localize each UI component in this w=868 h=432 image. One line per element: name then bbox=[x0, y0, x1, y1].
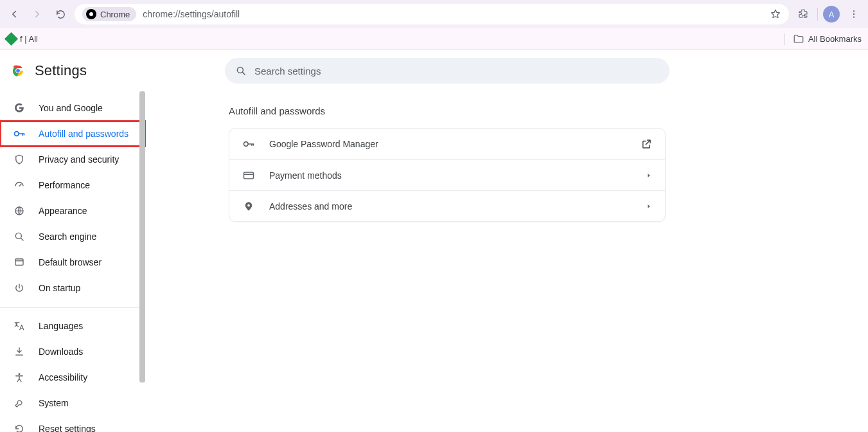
row-label: Google Password Manager bbox=[269, 139, 641, 149]
google-g-icon bbox=[13, 102, 26, 114]
sidebar-scrollbar-thumb[interactable] bbox=[139, 91, 145, 382]
sidebar-item-label: You and Google bbox=[39, 103, 103, 113]
avatar-letter: A bbox=[829, 10, 835, 19]
sidebar-item-label: Reset settings bbox=[39, 424, 96, 432]
sidebar-item-label: Languages bbox=[39, 321, 83, 331]
toolbar-divider bbox=[817, 8, 818, 21]
svg-point-14 bbox=[247, 204, 250, 206]
translate-icon bbox=[13, 320, 26, 332]
sidebar-item-appearance[interactable]: Appearance bbox=[0, 198, 145, 224]
sidebar-item-default-browser[interactable]: Default browser bbox=[0, 249, 145, 275]
sidebar-item-label: Accessibility bbox=[39, 372, 87, 382]
row-google-password-manager[interactable]: Google Password Manager bbox=[229, 129, 665, 159]
sidebar-item-reset[interactable]: Reset settings bbox=[0, 416, 145, 432]
sidebar-divider bbox=[0, 307, 145, 308]
svg-rect-13 bbox=[244, 172, 254, 179]
url-text: chrome://settings/autofill bbox=[143, 9, 240, 19]
sidebar-item-label: Default browser bbox=[39, 257, 102, 267]
settings-sidebar: You and Google Autofill and passwords Pr… bbox=[0, 91, 145, 432]
search-settings-input[interactable]: Search settings bbox=[225, 58, 669, 84]
profile-avatar[interactable]: A bbox=[823, 6, 840, 22]
sidebar-item-on-startup[interactable]: On startup bbox=[0, 275, 145, 301]
chrome-logo-icon bbox=[10, 63, 26, 78]
settings-header: Settings Search settings bbox=[0, 50, 868, 91]
bookbar-divider bbox=[784, 33, 785, 45]
sidebar-item-label: Privacy and security bbox=[39, 154, 119, 165]
sidebar-item-label: On startup bbox=[39, 283, 80, 293]
sidebar-item-label: Autofill and passwords bbox=[39, 129, 128, 139]
svg-point-1 bbox=[853, 14, 855, 15]
row-addresses[interactable]: Addresses and more bbox=[229, 190, 665, 221]
folder-icon bbox=[793, 33, 804, 45]
search-icon bbox=[13, 230, 26, 243]
svg-point-12 bbox=[244, 142, 249, 147]
browser-icon bbox=[13, 256, 26, 269]
page-title: Settings bbox=[35, 62, 87, 79]
back-button[interactable] bbox=[5, 5, 23, 23]
row-label: Addresses and more bbox=[269, 201, 646, 212]
speedometer-icon bbox=[13, 179, 26, 192]
section-title: Autofill and passwords bbox=[229, 105, 868, 116]
bookmark-item[interactable]: f | All bbox=[6, 34, 38, 44]
chevron-right-icon bbox=[646, 172, 652, 179]
sidebar-scrollbar-track[interactable] bbox=[139, 91, 145, 382]
all-bookmarks-link[interactable]: All Bookmarks bbox=[808, 34, 862, 44]
settings-main: Autofill and passwords Google Password M… bbox=[145, 91, 868, 432]
key-icon bbox=[13, 127, 26, 140]
site-chip: Chrome bbox=[82, 7, 136, 21]
extensions-button[interactable] bbox=[794, 5, 812, 23]
open-external-icon bbox=[641, 138, 652, 150]
sidebar-item-languages[interactable]: Languages bbox=[0, 313, 145, 339]
power-icon bbox=[13, 282, 26, 294]
bookmark-icon bbox=[4, 32, 18, 46]
browser-toolbar: Chrome chrome://settings/autofill A bbox=[0, 0, 868, 28]
site-icon bbox=[86, 9, 96, 19]
sidebar-item-label: Search engine bbox=[39, 231, 96, 242]
reload-button[interactable] bbox=[51, 5, 69, 23]
sidebar-item-label: Downloads bbox=[39, 346, 83, 357]
sidebar-item-label: Appearance bbox=[39, 206, 87, 216]
sidebar-item-privacy[interactable]: Privacy and security bbox=[0, 147, 145, 172]
row-label: Payment methods bbox=[269, 170, 646, 181]
sidebar-item-accessibility[interactable]: Accessibility bbox=[0, 364, 145, 390]
sidebar-item-system[interactable]: System bbox=[0, 390, 145, 416]
row-payment-methods[interactable]: Payment methods bbox=[229, 159, 665, 190]
sidebar-item-search-engine[interactable]: Search engine bbox=[0, 224, 145, 249]
key-icon bbox=[242, 138, 255, 150]
kebab-menu[interactable] bbox=[845, 5, 863, 23]
autofill-card: Google Password Manager Payment methods bbox=[229, 128, 666, 222]
sidebar-item-autofill[interactable]: Autofill and passwords bbox=[0, 121, 145, 147]
bookmark-label: f | All bbox=[20, 34, 38, 44]
svg-point-6 bbox=[237, 67, 243, 73]
site-chip-label: Chrome bbox=[100, 10, 130, 19]
sidebar-item-performance[interactable]: Performance bbox=[0, 172, 145, 198]
sidebar-item-you-google[interactable]: You and Google bbox=[0, 95, 145, 121]
sidebar-item-downloads[interactable]: Downloads bbox=[0, 339, 145, 364]
shield-icon bbox=[13, 153, 26, 166]
bookmarks-bar: f | All All Bookmarks bbox=[0, 28, 868, 50]
download-icon bbox=[13, 345, 26, 358]
address-bar[interactable]: Chrome chrome://settings/autofill bbox=[75, 4, 789, 24]
search-icon bbox=[235, 65, 247, 76]
svg-rect-10 bbox=[15, 259, 23, 266]
accessibility-icon bbox=[13, 371, 26, 384]
forward-button[interactable] bbox=[28, 5, 46, 23]
chevron-right-icon bbox=[646, 203, 652, 210]
wrench-icon bbox=[13, 397, 26, 410]
card-icon bbox=[242, 169, 255, 182]
search-placeholder: Search settings bbox=[254, 66, 321, 76]
svg-point-11 bbox=[19, 373, 21, 375]
location-icon bbox=[242, 200, 255, 213]
svg-point-7 bbox=[15, 132, 19, 136]
svg-point-9 bbox=[15, 233, 21, 239]
sidebar-item-label: System bbox=[39, 398, 69, 408]
svg-point-0 bbox=[853, 10, 855, 12]
svg-point-2 bbox=[853, 17, 855, 18]
star-icon[interactable] bbox=[770, 8, 781, 20]
reset-icon bbox=[13, 422, 26, 432]
globe-icon bbox=[13, 204, 26, 217]
sidebar-item-label: Performance bbox=[39, 180, 90, 190]
